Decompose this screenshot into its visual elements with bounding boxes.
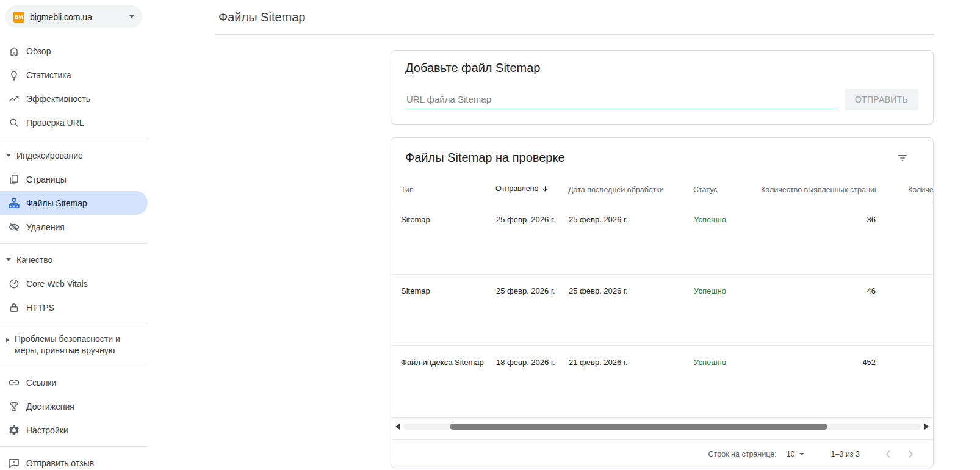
feedback-icon	[8, 457, 23, 469]
chevron-down-icon	[6, 154, 11, 157]
sidebar-item-security-issues[interactable]: Проблемы безопасности и меры, принятые в…	[0, 328, 148, 361]
sidebar-item-links[interactable]: Ссылки	[0, 371, 148, 394]
sidebar-item-label: Файлы Sitemap	[26, 198, 87, 208]
table-row[interactable]: Sitemap 25 февр. 2026 г. 25 февр. 2026 г…	[391, 275, 933, 346]
cell-last-read: 25 февр. 2026 г.	[568, 203, 693, 275]
cell-truncated	[877, 203, 933, 275]
visibility-off-icon	[8, 221, 23, 233]
sidebar-item-core-web-vitals[interactable]: Core Web Vitals	[0, 272, 148, 295]
scroll-right-arrow-icon[interactable]	[924, 424, 929, 430]
property-name: bigmebli.com.ua	[30, 12, 92, 22]
gear-icon	[8, 424, 23, 436]
sidebar-item-performance[interactable]: Эффективность	[0, 87, 148, 110]
table-row[interactable]: Файл индекса Sitemap 18 февр. 2026 г. 21…	[391, 346, 933, 418]
rows-per-page-label: Строк на странице:	[708, 450, 776, 458]
sidebar: BM bigmebli.com.ua Обзор Статистика	[0, 0, 148, 470]
status-badge: Успешно	[693, 346, 761, 418]
trophy-icon	[8, 400, 23, 413]
cell-truncated	[877, 346, 933, 418]
sidebar-item-label: Обзор	[26, 46, 51, 56]
rows-per-page-value: 10	[787, 450, 795, 458]
column-discovered-pages[interactable]: Количество выявленных страниц	[761, 165, 877, 203]
table-title: Файлы Sitemap на проверке	[405, 151, 565, 165]
divider	[0, 139, 148, 139]
filter-icon[interactable]	[896, 152, 909, 164]
column-submitted[interactable]: Отправлено	[495, 165, 568, 203]
cell-type: Sitemap	[391, 275, 495, 346]
sidebar-item-insights[interactable]: Статистика	[0, 63, 148, 87]
trending-up-icon	[8, 93, 23, 105]
sidebar-item-overview[interactable]: Обзор	[0, 39, 148, 63]
home-icon	[8, 45, 23, 57]
submit-button[interactable]: ОТПРАВИТЬ	[845, 89, 918, 110]
sidebar-item-label: HTTPS	[26, 303, 54, 313]
add-sitemap-card: Добавьте файл Sitemap ОТПРАВИТЬ	[391, 50, 934, 125]
sidebar-item-label: Статистика	[26, 70, 71, 80]
table-row[interactable]: Sitemap 25 февр. 2026 г. 25 февр. 2026 г…	[391, 203, 933, 275]
page-range: 1–3 из 3	[831, 450, 860, 458]
cell-discovered-pages: 452	[761, 346, 877, 418]
sidebar-nav: Обзор Статистика Эффективность Проверка …	[0, 39, 148, 470]
sidebar-item-removals[interactable]: Удаления	[0, 215, 148, 239]
column-last-read[interactable]: Дата последней обработки	[568, 165, 693, 203]
status-badge: Успешно	[693, 203, 761, 275]
sidebar-item-label: Достижения	[26, 402, 74, 411]
scrollbar-thumb[interactable]	[450, 424, 827, 430]
lock-icon	[8, 302, 23, 314]
sitemap-url-input[interactable]	[405, 90, 836, 109]
chevron-down-icon	[129, 15, 134, 18]
sidebar-item-pages[interactable]: Страницы	[0, 167, 148, 191]
cell-type: Файл индекса Sitemap	[391, 346, 495, 418]
cell-truncated	[877, 275, 933, 346]
sidebar-section-indexing[interactable]: Индексирование	[0, 143, 148, 167]
sitemaps-table: Тип Отправлено Дата последней обработки …	[391, 165, 933, 418]
main-content: Файлы Sitemap Добавьте файл Sitemap ОТПР…	[148, 0, 980, 470]
divider	[0, 324, 148, 324]
sidebar-item-feedback[interactable]: Отправить отзыв	[0, 451, 148, 470]
scrollbar-track[interactable]	[403, 424, 921, 430]
sidebar-item-label: Core Web Vitals	[26, 279, 88, 289]
add-sitemap-title: Добавьте файл Sitemap	[405, 61, 918, 75]
divider	[0, 243, 148, 244]
chevron-down-icon	[799, 453, 804, 455]
sidebar-item-label: Страницы	[26, 175, 67, 184]
pages-icon	[8, 173, 23, 186]
sidebar-item-label: Отправить отзыв	[26, 458, 94, 468]
site-favicon: BM	[13, 12, 24, 23]
column-truncated[interactable]: Количество	[877, 165, 933, 203]
divider	[0, 366, 148, 366]
sidebar-item-https[interactable]: HTTPS	[0, 295, 148, 319]
next-page-button[interactable]	[904, 447, 917, 461]
sidebar-item-achievements[interactable]: Достижения	[0, 394, 148, 418]
chevron-right-icon	[6, 338, 9, 342]
property-selector[interactable]: BM bigmebli.com.ua	[5, 5, 142, 28]
column-label: Отправлено	[495, 184, 539, 193]
horizontal-scrollbar[interactable]	[391, 421, 933, 432]
section-label: Качество	[16, 255, 52, 265]
cell-discovered-pages: 46	[761, 275, 877, 346]
cell-submitted: 25 февр. 2026 г.	[495, 275, 568, 346]
chevron-down-icon	[6, 258, 11, 261]
divider	[0, 446, 148, 447]
sidebar-item-settings[interactable]: Настройки	[0, 418, 148, 442]
rows-per-page-select[interactable]: 10	[787, 450, 804, 458]
search-icon	[8, 117, 23, 129]
column-status[interactable]: Статус	[693, 165, 761, 203]
section-label: Индексирование	[16, 151, 83, 161]
sidebar-item-label: Удаления	[26, 222, 65, 232]
sidebar-item-label: Ссылки	[26, 378, 56, 388]
status-badge: Успешно	[693, 275, 761, 346]
page-title: Файлы Sitemap	[215, 10, 305, 24]
scroll-left-arrow-icon[interactable]	[395, 424, 400, 430]
sidebar-item-label: Настройки	[26, 425, 68, 435]
cell-last-read: 25 февр. 2026 г.	[568, 275, 693, 346]
previous-page-button[interactable]	[882, 447, 895, 461]
sidebar-item-sitemaps[interactable]: Файлы Sitemap	[0, 191, 148, 215]
page-header: Файлы Sitemap	[215, 0, 934, 35]
sidebar-item-label: Проверка URL	[26, 118, 84, 128]
sidebar-section-quality[interactable]: Качество	[0, 248, 148, 272]
column-type[interactable]: Тип	[391, 165, 495, 203]
cell-submitted: 18 февр. 2026 г.	[495, 346, 568, 418]
app-root: BM bigmebli.com.ua Обзор Статистика	[0, 0, 980, 470]
sidebar-item-url-inspection[interactable]: Проверка URL	[0, 110, 148, 134]
